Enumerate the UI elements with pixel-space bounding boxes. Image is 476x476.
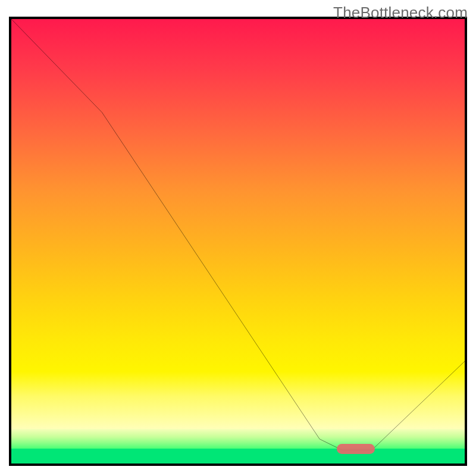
- sweet-spot-marker: [337, 444, 375, 454]
- bottleneck-curve: [11, 19, 465, 464]
- curve-path: [11, 19, 465, 450]
- chart-frame: [9, 17, 467, 466]
- watermark-text: TheBottleneck.com: [333, 4, 468, 22]
